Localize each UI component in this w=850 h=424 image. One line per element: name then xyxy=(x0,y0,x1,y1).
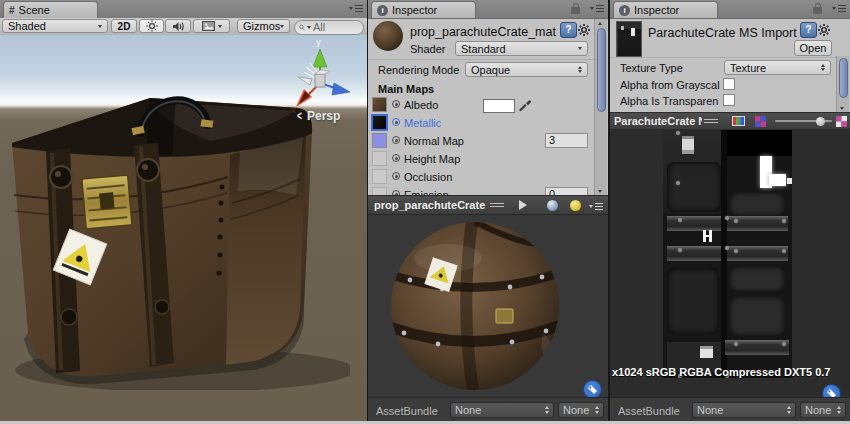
persp-label: Persp xyxy=(307,109,340,123)
texture-preview-image xyxy=(663,128,792,378)
search-icon xyxy=(299,23,305,32)
material-inspector-scrollbar[interactable] xyxy=(594,19,607,196)
open-button[interactable]: Open xyxy=(794,40,832,56)
scene-panel: # Scene Shaded 2D Gizmos xyxy=(0,0,367,424)
gizmo-y-axis xyxy=(313,49,327,67)
scrollbar-thumb[interactable] xyxy=(839,58,848,98)
axis-y-label: y xyxy=(316,37,321,47)
help-icon[interactable]: ? xyxy=(800,22,817,38)
search-input[interactable] xyxy=(313,21,357,33)
material-inspector-panel: i Inspector prop_parachuteCrate_mat ? Sh… xyxy=(368,0,608,424)
texture-preview-thumbnail[interactable] xyxy=(616,21,642,57)
mipmap-checker-icon[interactable] xyxy=(755,116,766,127)
rendering-mode-label: Rendering Mode xyxy=(378,64,459,76)
scene-viewport[interactable]: y x < Persp xyxy=(0,35,367,421)
persp-arrow-icon: < xyxy=(297,109,302,123)
texture-preview-header[interactable]: ParachuteCrate N xyxy=(610,112,850,130)
material-preview-header[interactable]: prop_parachuteCrate xyxy=(368,195,608,215)
speaker-icon xyxy=(172,21,185,32)
material-name: prop_parachuteCrate_mat xyxy=(410,25,556,39)
lock-icon[interactable] xyxy=(813,7,822,14)
drag-handle-icon[interactable] xyxy=(490,203,504,208)
height-map-object-picker-icon[interactable] xyxy=(392,154,400,162)
lighting-toggle-button[interactable] xyxy=(139,19,164,33)
texture-preview-area[interactable]: x1024 sRGB RGBA Compressed DXT5 0.7 xyxy=(610,128,850,398)
albedo-texture-thumbnail[interactable] xyxy=(372,97,387,112)
height-map-texture-thumbnail[interactable] xyxy=(372,151,387,166)
scrollbar-thumb[interactable] xyxy=(597,28,606,112)
perspective-toggle[interactable]: < Persp xyxy=(296,109,340,123)
gear-icon[interactable] xyxy=(577,23,591,37)
effects-dropdown-button[interactable] xyxy=(193,19,230,33)
albedo-color-swatch[interactable] xyxy=(483,99,515,113)
shader-label: Shader xyxy=(410,43,445,55)
play-preview-icon[interactable] xyxy=(519,200,527,210)
eyedropper-icon[interactable] xyxy=(518,98,531,111)
tab-inspector-label: Inspector xyxy=(392,4,437,16)
scene-tabbar: # Scene xyxy=(0,0,367,19)
tab-scene[interactable]: # Scene xyxy=(3,1,98,18)
texture-preview-title: ParachuteCrate N xyxy=(614,115,702,127)
preview-menu-icon[interactable] xyxy=(589,203,603,210)
tab-inspector-texture[interactable]: i Inspector xyxy=(613,1,718,18)
image-icon xyxy=(202,21,215,31)
pane-menu-icon[interactable] xyxy=(349,5,363,12)
orientation-gizmo[interactable] xyxy=(286,41,358,119)
lock-icon[interactable] xyxy=(571,7,580,14)
main-maps-header: Main Maps xyxy=(378,83,434,95)
pane-menu-icon[interactable] xyxy=(590,5,604,12)
albedo-object-picker-icon[interactable] xyxy=(392,100,400,108)
material-preview-area[interactable] xyxy=(368,213,608,398)
height-map-label: Height Map xyxy=(404,153,460,165)
normal-map-value-field[interactable]: 3 xyxy=(545,133,588,148)
alpha-from-grayscale-checkbox[interactable] xyxy=(723,78,735,90)
assetbundle-dropdown[interactable]: None xyxy=(692,402,796,418)
scroll-down-icon[interactable] xyxy=(598,190,602,193)
texture-type-label: Texture Type xyxy=(620,62,683,74)
alpha-checker-icon[interactable] xyxy=(836,116,847,127)
grid-icon: # xyxy=(9,5,15,16)
light-preview-icon[interactable] xyxy=(570,200,581,211)
brass-plate xyxy=(82,175,132,229)
occlusion-texture-thumbnail[interactable] xyxy=(372,169,387,184)
texture-assetbundle-bar: AssetBundle None None xyxy=(610,397,850,424)
info-icon: i xyxy=(377,5,388,16)
metallic-label: Metallic xyxy=(404,117,441,129)
rendering-mode-dropdown[interactable]: Opaque xyxy=(465,62,588,77)
pane-menu-icon[interactable] xyxy=(832,5,846,12)
normal-map-label: Normal Map xyxy=(404,135,464,147)
scroll-down-icon[interactable] xyxy=(840,107,844,110)
metallic-object-picker-icon[interactable] xyxy=(392,118,400,126)
material-preview-thumbnail[interactable] xyxy=(373,21,403,51)
alpha-is-transparent-checkbox[interactable] xyxy=(723,94,735,106)
search-filter-arrow[interactable] xyxy=(307,26,311,29)
audio-toggle-button[interactable] xyxy=(165,19,191,33)
rgb-channels-icon[interactable] xyxy=(732,116,745,126)
mip-level-slider-knob[interactable] xyxy=(816,117,825,126)
assetbundle-variant-dropdown[interactable]: None xyxy=(558,402,604,418)
material-assetbundle-bar: AssetBundle None None xyxy=(368,397,608,424)
assetbundle-variant-dropdown[interactable]: None xyxy=(800,402,846,418)
gear-icon[interactable] xyxy=(817,23,831,37)
scroll-up-icon[interactable] xyxy=(598,22,602,25)
scene-search-field[interactable] xyxy=(294,20,364,35)
material-preview-title: prop_parachuteCrate xyxy=(374,199,485,211)
2d-toggle-button[interactable]: 2D xyxy=(111,19,137,33)
sphere-preview-icon[interactable] xyxy=(547,200,558,211)
normal-map-texture-thumbnail[interactable] xyxy=(372,133,387,148)
metallic-texture-thumbnail[interactable] xyxy=(372,115,387,130)
normal-map-object-picker-icon[interactable] xyxy=(392,136,400,144)
drag-handle-icon[interactable] xyxy=(704,119,718,124)
assetbundle-dropdown[interactable]: None xyxy=(450,402,554,418)
shader-dropdown[interactable]: Standard xyxy=(455,41,588,56)
texture-inspector-scrollbar[interactable] xyxy=(836,56,849,112)
help-icon[interactable]: ? xyxy=(560,22,577,38)
alpha-from-grayscale-label: Alpha from Grayscal xyxy=(620,79,720,91)
texture-type-dropdown[interactable]: Texture xyxy=(724,60,831,75)
occlusion-object-picker-icon[interactable] xyxy=(392,172,400,180)
gizmos-dropdown[interactable]: Gizmos xyxy=(237,19,290,33)
tab-inspector-material[interactable]: i Inspector xyxy=(371,1,476,18)
gizmo-z-axis xyxy=(332,83,350,95)
shading-mode-dropdown[interactable]: Shaded xyxy=(2,19,108,33)
info-icon: i xyxy=(619,5,630,16)
